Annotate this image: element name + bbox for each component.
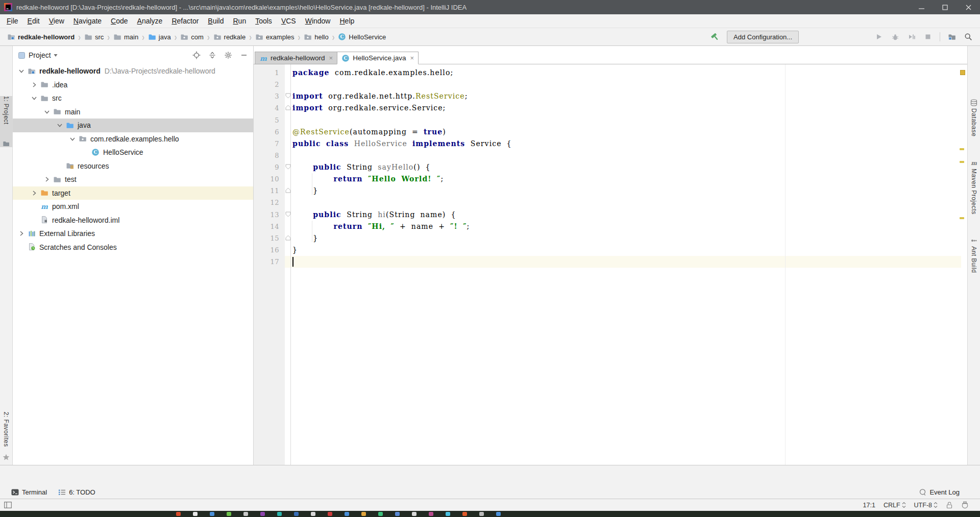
breadcrumb-item-redkale-helloword[interactable]: redkale-helloword [7, 33, 75, 41]
menu-analyze[interactable]: Analyze [133, 14, 167, 28]
tree-row-externallibraries[interactable]: External Libraries [13, 227, 253, 241]
code-line-3[interactable]: import org.redkale.net.http.RestService; [292, 90, 967, 102]
chevron-right-icon[interactable] [30, 189, 38, 197]
coverage-icon[interactable] [907, 32, 916, 41]
taskbar-app-icon[interactable] [260, 512, 265, 516]
add-configuration-button[interactable]: Add Configuration... [727, 31, 799, 43]
taskbar-app-icon[interactable] [496, 512, 501, 516]
lock-icon[interactable] [946, 501, 953, 509]
taskbar-app-icon[interactable] [361, 512, 366, 516]
menu-navigate[interactable]: Navigate [69, 14, 106, 28]
fold-marker-icon[interactable] [285, 212, 291, 217]
event-log-button[interactable]: Event Log [919, 488, 960, 496]
taskbar-app-icon[interactable] [345, 512, 349, 516]
menu-vcs[interactable]: VCS [277, 14, 301, 28]
stripe-button-2favorites[interactable]: 2: Favorites [0, 412, 12, 455]
fold-marker-icon[interactable] [285, 105, 291, 110]
menu-refactor[interactable]: Refactor [167, 14, 203, 28]
taskbar-app-icon[interactable] [462, 512, 467, 516]
taskbar-app-icon[interactable] [193, 512, 198, 516]
chevron-down-icon[interactable] [43, 108, 51, 116]
close-button[interactable] [957, 0, 980, 14]
locate-file-icon[interactable] [192, 51, 201, 59]
chevron-down-icon[interactable] [56, 121, 64, 129]
menu-help[interactable]: Help [335, 14, 359, 28]
gear-icon[interactable] [224, 51, 232, 59]
code-editor[interactable]: 1234567891011121314151617 package com.re… [254, 64, 967, 465]
encoding-widget[interactable]: UTF-8 [914, 502, 938, 509]
chevron-right-icon[interactable] [17, 229, 26, 238]
breadcrumb-item-main[interactable]: main [113, 33, 138, 41]
tree-row-scratchesandconsoles[interactable]: Scratches and Consoles [13, 241, 253, 254]
code-line-9[interactable]: public String sayHello() { [292, 161, 967, 173]
code-line-11[interactable]: } [292, 185, 967, 197]
stripe-button-mavenprojects[interactable]: Maven Projects [968, 169, 980, 215]
code-line-5[interactable] [292, 114, 967, 126]
chevron-down-icon[interactable] [30, 94, 38, 102]
inspection-indicator[interactable] [960, 70, 965, 75]
taskbar-app-icon[interactable] [243, 512, 248, 516]
code-line-14[interactable]: return ″Hi, ″ + name + ″! ″; [292, 221, 967, 232]
taskbar-app-icon[interactable] [227, 512, 231, 516]
menu-view[interactable]: View [44, 14, 69, 28]
code-line-7[interactable]: public class HelloService implements Ser… [292, 138, 967, 150]
code-line-10[interactable]: return ″Hello World! ″; [292, 173, 967, 185]
stripe-button-antbuild[interactable]: Ant Build [968, 246, 980, 273]
tree-row-redkalehelloword.iml[interactable]: redkale-helloword.iml [13, 214, 253, 227]
maximize-button[interactable] [933, 0, 957, 14]
menu-tools[interactable]: Tools [251, 14, 277, 28]
menu-edit[interactable]: Edit [23, 14, 44, 28]
windows-taskbar[interactable] [0, 511, 980, 517]
stop-icon[interactable] [923, 32, 933, 41]
tree-row-pom.xml[interactable]: mpom.xml [13, 200, 253, 214]
fold-marker-icon[interactable] [285, 235, 291, 241]
code-lines[interactable]: package com.redkale.examples.hello;impor… [292, 67, 967, 268]
search-everywhere-icon[interactable] [964, 32, 973, 41]
taskbar-app-icon[interactable] [429, 512, 433, 516]
run-icon[interactable] [874, 32, 884, 41]
project-structure-icon[interactable] [947, 32, 957, 41]
breadcrumb-item-java[interactable]: java [148, 33, 171, 41]
stripe-button-1project[interactable]: 1: Project [0, 96, 12, 147]
taskbar-app-icon[interactable] [210, 512, 214, 516]
minimize-button[interactable] [910, 0, 933, 14]
breadcrumb-item-com[interactable]: com [180, 33, 204, 41]
breadcrumb-item-redkale[interactable]: redkale [213, 33, 246, 41]
taskbar-app-icon[interactable] [479, 512, 484, 516]
breadcrumb-item-helloservice[interactable]: CHelloService [338, 33, 386, 41]
caret-position-widget[interactable]: 17:1 [863, 502, 875, 509]
tree-row-redkalehelloword[interactable]: redkale-hellowordD:\Java-Projects\redkal… [13, 64, 253, 78]
chevron-down-icon[interactable] [17, 67, 26, 75]
error-stripe-mark[interactable] [960, 161, 964, 163]
tree-row-src[interactable]: src [13, 91, 253, 105]
tree-row-resources[interactable]: resources [13, 159, 253, 173]
taskbar-app-icon[interactable] [412, 512, 416, 516]
hide-icon[interactable] [240, 51, 248, 59]
taskbar-app-icon[interactable] [277, 512, 282, 516]
tree-row-helloservice[interactable]: CHelloService [13, 146, 253, 159]
taskbar-app-icon[interactable] [176, 512, 181, 516]
taskbar-app-icon[interactable] [446, 512, 450, 516]
code-line-8[interactable] [292, 150, 967, 161]
code-line-2[interactable] [292, 79, 967, 90]
taskbar-app-icon[interactable] [328, 512, 332, 516]
chevron-down-icon[interactable] [53, 53, 58, 58]
tree-row-java[interactable]: java [13, 119, 253, 132]
stripe-button-database[interactable]: Database [968, 108, 980, 136]
close-tab-icon[interactable]: × [410, 56, 414, 61]
close-tab-icon[interactable]: × [329, 56, 333, 61]
toolwindow-button-terminal[interactable]: Terminal [11, 488, 47, 496]
code-line-15[interactable]: } [292, 232, 967, 244]
chevron-right-icon[interactable] [43, 175, 51, 183]
chevron-right-icon[interactable] [30, 81, 38, 89]
line-separator-widget[interactable]: CRLF [884, 502, 906, 509]
breadcrumb-item-hello[interactable]: hello [304, 33, 328, 41]
project-view-title[interactable]: Project [29, 51, 51, 59]
code-line-4[interactable]: import org.redkale.service.Service; [292, 102, 967, 114]
code-line-6[interactable]: @RestService(automapping = true) [292, 126, 967, 138]
taskbar-app-icon[interactable] [311, 512, 315, 516]
taskbar-app-icon[interactable] [395, 512, 400, 516]
code-line-17[interactable] [292, 256, 967, 268]
taskbar-app-icon[interactable] [294, 512, 299, 516]
hector-inspections-icon[interactable] [961, 501, 969, 509]
